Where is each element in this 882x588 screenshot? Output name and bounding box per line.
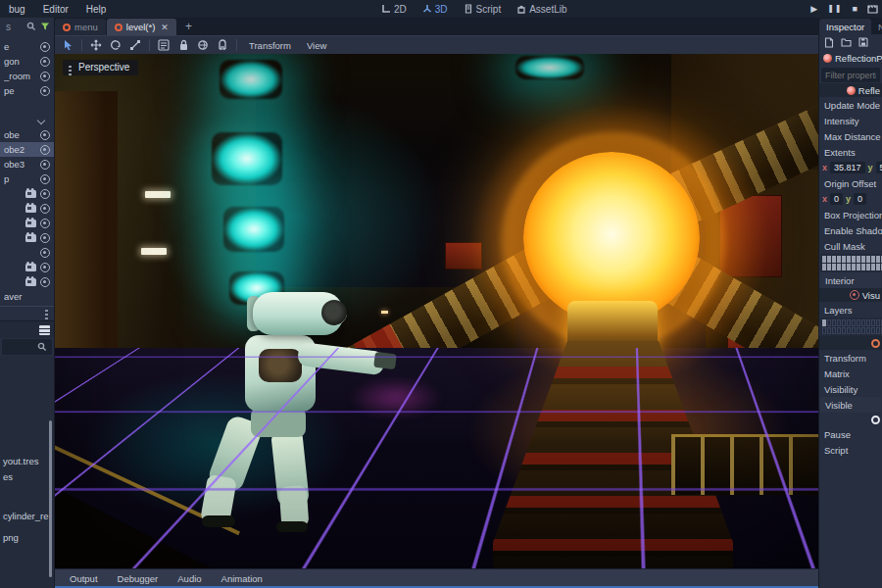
filesystem-scrollbar[interactable]: [49, 420, 52, 577]
save-icon[interactable]: [858, 37, 868, 47]
animation-button[interactable]: Animation: [213, 573, 271, 584]
visibility-eye-icon[interactable]: [40, 72, 50, 81]
group-button[interactable]: [194, 37, 212, 53]
tree-item-selected[interactable]: obe2: [0, 142, 54, 157]
mode-2d-button[interactable]: 2D: [375, 3, 413, 16]
visibility-eye-icon[interactable]: [40, 42, 50, 52]
perspective-menu-button[interactable]: Perspective: [63, 60, 138, 75]
menu-help[interactable]: Help: [77, 4, 116, 15]
scene-filter-bar[interactable]: s: [0, 18, 54, 35]
scene-cyan-light: [220, 60, 282, 99]
tree-item[interactable]: [0, 230, 54, 245]
visibility-eye-icon[interactable]: [40, 248, 50, 258]
tab-menu-scene[interactable]: menu: [55, 19, 106, 35]
extents-y-field[interactable]: 5: [876, 162, 882, 173]
mode-assetlib-button[interactable]: AssetLib: [511, 3, 572, 16]
visibility-eye-icon[interactable]: [40, 233, 50, 243]
filesystem-search[interactable]: [2, 339, 52, 355]
filter-properties-input[interactable]: [821, 69, 880, 81]
visibility-eye-icon[interactable]: [40, 86, 50, 96]
lock-button[interactable]: [174, 37, 192, 53]
tab-node[interactable]: Node: [871, 19, 882, 34]
visibility-eye-icon[interactable]: [40, 189, 50, 199]
add-scene-tab-button[interactable]: +: [177, 20, 200, 33]
view-menu[interactable]: View: [300, 40, 333, 51]
tree-item[interactable]: [0, 274, 54, 289]
move-tool-button[interactable]: [87, 37, 105, 53]
extents-x-field[interactable]: 35.817: [830, 162, 865, 173]
tree-item-collapsed[interactable]: [0, 113, 54, 127]
search-icon: [26, 22, 36, 31]
file-item[interactable]: png: [3, 532, 19, 543]
visibility-eye-icon[interactable]: [40, 219, 50, 228]
origin-x-field[interactable]: 0: [830, 193, 843, 205]
tree-item[interactable]: gon: [0, 54, 54, 69]
tree-item[interactable]: pe: [0, 83, 54, 98]
folder-load-icon[interactable]: [841, 37, 852, 47]
visibility-eye-icon[interactable]: [40, 57, 50, 67]
menu-editor[interactable]: Editor: [34, 4, 77, 15]
mode-3d-button[interactable]: 3D: [416, 3, 454, 16]
rotate-tool-button[interactable]: [107, 37, 124, 53]
origin-y-field[interactable]: 0: [854, 193, 866, 205]
tree-item[interactable]: [0, 186, 54, 201]
edited-object-row[interactable]: ReflectionProb: [819, 50, 882, 67]
tree-item[interactable]: [0, 245, 54, 260]
tree-item[interactable]: obe3: [0, 157, 54, 172]
chevron-down-icon[interactable]: [38, 117, 46, 124]
viewport-3d[interactable]: Perspective: [55, 54, 818, 568]
layers-grid[interactable]: [820, 318, 881, 336]
filter-icon[interactable]: [40, 22, 50, 31]
play-scene-icon[interactable]: [867, 4, 878, 14]
section-node[interactable]: [819, 413, 882, 426]
cull-mask-grid[interactable]: [820, 254, 881, 272]
visibility-eye-icon[interactable]: [40, 145, 50, 155]
visibility-eye-icon[interactable]: [40, 130, 50, 140]
menu-debug[interactable]: bug: [0, 4, 34, 15]
section-reflectionprobe[interactable]: Refle: [819, 83, 882, 97]
scale-tool-button[interactable]: [126, 37, 144, 53]
tree-item[interactable]: [0, 260, 54, 274]
new-resource-icon[interactable]: [824, 37, 834, 48]
tree-item[interactable]: [0, 216, 54, 230]
group-visibility[interactable]: Visibility: [819, 381, 882, 397]
pause-button[interactable]: ❚❚: [827, 5, 842, 13]
visibility-eye-icon[interactable]: [40, 160, 50, 170]
debugger-button[interactable]: Debugger: [109, 573, 168, 584]
file-list-mode-icon[interactable]: [39, 325, 50, 335]
tab-level-scene[interactable]: level(*) ✕: [107, 19, 176, 35]
section-visualinstance[interactable]: Visu: [819, 288, 882, 302]
close-icon[interactable]: ✕: [161, 23, 169, 32]
tree-item[interactable]: aver: [0, 289, 54, 304]
snap-button[interactable]: [214, 37, 231, 53]
play-button[interactable]: ▶: [810, 5, 817, 14]
filesystem-dock[interactable]: yout.tres es cylinder_re png: [0, 356, 54, 588]
kebab-menu-icon[interactable]: [45, 309, 48, 319]
visibility-eye-icon[interactable]: [40, 263, 50, 272]
list-select-button[interactable]: [155, 37, 172, 53]
select-tool-button[interactable]: [59, 37, 76, 53]
prop-interior[interactable]: Interior: [820, 272, 881, 288]
section-spatial[interactable]: [819, 336, 882, 350]
file-item[interactable]: yout.tres: [3, 456, 38, 466]
file-item[interactable]: es: [3, 471, 13, 482]
visibility-eye-icon[interactable]: [40, 204, 50, 214]
output-button[interactable]: Output: [61, 573, 107, 584]
mode-script-button[interactable]: Script: [458, 3, 508, 16]
dock-menu[interactable]: [0, 307, 54, 320]
prop-visible[interactable]: Visible: [820, 397, 881, 413]
tree-item[interactable]: _room: [0, 69, 54, 83]
visibility-eye-icon[interactable]: [40, 174, 50, 184]
transform-menu[interactable]: Transform: [242, 40, 298, 51]
audio-button[interactable]: Audio: [169, 573, 210, 584]
tree-item[interactable]: p: [0, 172, 54, 186]
tree-item[interactable]: [0, 201, 54, 216]
tree-item[interactable]: e: [0, 39, 54, 54]
stop-button[interactable]: ■: [853, 5, 858, 14]
camera-icon: [25, 205, 36, 213]
inspector-filter[interactable]: [821, 68, 880, 82]
file-item[interactable]: cylinder_re: [3, 511, 48, 521]
visibility-eye-icon[interactable]: [40, 277, 50, 287]
tree-item[interactable]: obe: [0, 127, 54, 142]
tab-inspector[interactable]: Inspector: [819, 19, 871, 34]
